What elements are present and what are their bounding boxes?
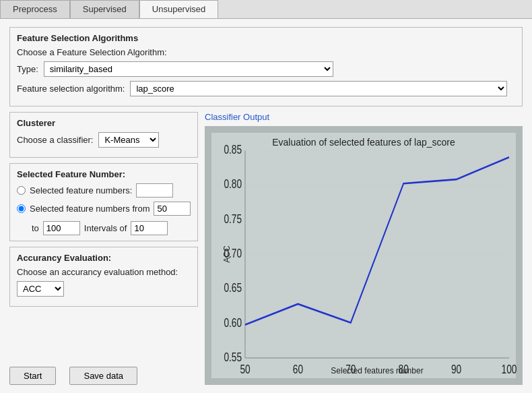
- x-axis-label: Selected features number: [331, 366, 423, 375]
- classifier-row: Choose a classifier: K-Means GMM Spectra…: [17, 132, 191, 148]
- content-row: Clusterer Choose a classifier: K-Means G…: [9, 112, 523, 385]
- svg-text:0.80: 0.80: [224, 178, 242, 191]
- svg-text:0.85: 0.85: [224, 143, 242, 156]
- svg-text:0.75: 0.75: [224, 212, 242, 225]
- algo-label: Feature selection algorithm:: [17, 84, 125, 94]
- tab-supervised[interactable]: Supervised: [70, 0, 139, 18]
- accuracy-select[interactable]: ACC NMI Purity: [17, 281, 64, 297]
- indent-row: to Intervals of: [17, 221, 191, 235]
- intervals-input[interactable]: [131, 221, 168, 235]
- radio-single[interactable]: [17, 186, 26, 195]
- svg-text:90: 90: [451, 363, 461, 375]
- svg-text:100: 100: [502, 363, 517, 375]
- svg-text:0.65: 0.65: [224, 282, 242, 295]
- svg-text:0.55: 0.55: [224, 351, 242, 363]
- right-panel: Classifier Output Evaluation of selected…: [205, 112, 523, 385]
- range-from-input[interactable]: [154, 202, 191, 216]
- chart-area: ACC Selected features number: [245, 150, 509, 358]
- start-button[interactable]: Start: [9, 367, 56, 385]
- classifier-select[interactable]: K-Means GMM Spectral: [98, 132, 159, 148]
- tab-preprocess[interactable]: Preprocess: [0, 0, 70, 18]
- tab-bar: Preprocess Supervised Unsupervised: [0, 0, 532, 19]
- algo-row: Feature selection algorithm: lap_score M…: [17, 81, 515, 96]
- save-button[interactable]: Save data: [69, 367, 137, 385]
- single-feature-input[interactable]: [136, 183, 173, 198]
- choose-classifier-label: Choose a classifier:: [17, 135, 93, 145]
- chart-inner: Evaluation of selected features of lap_s…: [211, 133, 516, 378]
- feature-selection-title: Feature Selection Algorithms: [17, 33, 515, 43]
- choose-algo-label: Choose a Feature Selection Algorithm:: [17, 47, 167, 57]
- choose-algo-row: Choose a Feature Selection Algorithm:: [17, 47, 515, 57]
- accuracy-choose-row: Choose an accurancy evaluation method:: [17, 267, 191, 277]
- algo-select[interactable]: lap_score MCFS SPEC NDFS: [130, 81, 507, 96]
- type-select[interactable]: similarity_based information_theoretic s…: [44, 61, 333, 77]
- main-content: Feature Selection Algorithms Choose a Fe…: [0, 19, 532, 393]
- radio2-label: Selected feature numbers from: [30, 204, 149, 214]
- radio1-label: Selected feature numbers:: [30, 185, 132, 195]
- accuracy-choose-label: Choose an accurancy evaluation method:: [17, 267, 178, 277]
- feature-number-section: Selected Feature Number: Selected featur…: [9, 163, 198, 241]
- radio-group: Selected feature numbers: Selected featu…: [17, 183, 191, 235]
- clusterer-section: Clusterer Choose a classifier: K-Means G…: [9, 112, 198, 158]
- clusterer-title: Clusterer: [17, 118, 191, 128]
- range-to-input[interactable]: [43, 221, 80, 235]
- radio-range[interactable]: [17, 204, 26, 213]
- button-row: Start Save data: [9, 360, 198, 385]
- chart-line: [245, 157, 509, 324]
- intervals-label: Intervals of: [84, 223, 127, 233]
- chart-svg: 0.85 0.80 0.75 0.70 0.65 0.60: [245, 150, 509, 358]
- type-row: Type: similarity_based information_theor…: [17, 61, 515, 77]
- feature-number-title: Selected Feature Number:: [17, 169, 191, 179]
- svg-text:60: 60: [293, 363, 303, 375]
- radio1-row: Selected feature numbers:: [17, 183, 191, 198]
- accuracy-select-row: ACC NMI Purity: [17, 281, 191, 297]
- accuracy-title: Accurancy Evaluation:: [17, 253, 191, 263]
- chart-title: Evaluation of selected features of lap_s…: [211, 133, 516, 150]
- to-label: to: [32, 223, 39, 233]
- accuracy-section: Accurancy Evaluation: Choose an accuranc…: [9, 247, 198, 307]
- feature-selection-section: Feature Selection Algorithms Choose a Fe…: [9, 27, 523, 107]
- chart-output-label: Classifier Output: [205, 112, 523, 122]
- chart-container: Evaluation of selected features of lap_s…: [205, 126, 523, 385]
- svg-text:0.60: 0.60: [224, 316, 242, 329]
- left-panel: Clusterer Choose a classifier: K-Means G…: [9, 112, 198, 385]
- radio2-row: Selected feature numbers from: [17, 202, 191, 216]
- svg-text:50: 50: [240, 363, 250, 375]
- tab-unsupervised[interactable]: Unsupervised: [139, 0, 219, 18]
- y-axis-label: ACC: [222, 245, 232, 262]
- type-label: Type:: [17, 64, 38, 74]
